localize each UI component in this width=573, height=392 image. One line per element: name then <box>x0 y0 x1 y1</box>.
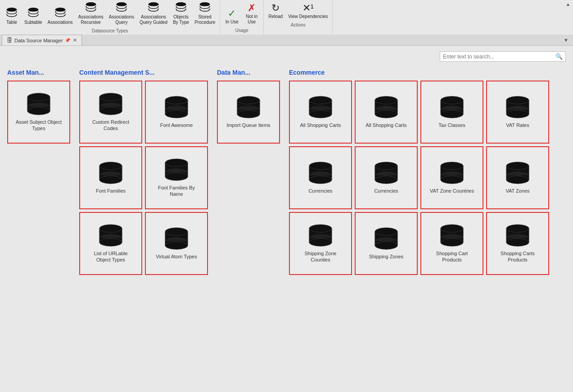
data-item-shipping-zones[interactable]: Shipping Zones <box>355 212 418 275</box>
content-area: 🔍 Asset Man... Asset Subject ObjectTypes… <box>0 46 573 379</box>
data-item-font-families-by-name[interactable]: Font Families ByName <box>145 146 208 209</box>
datasource-types-label: Datasource Types <box>2 27 218 35</box>
subtable-icon <box>27 8 39 20</box>
categories-area: Asset Man... Asset Subject ObjectTypesCo… <box>7 69 566 275</box>
category-title-data-man: Data Man... <box>217 69 280 76</box>
svg-point-53 <box>165 172 188 180</box>
data-item-font-families[interactable]: Font Families <box>79 146 142 209</box>
data-item-tax-classes[interactable]: Tax Classes <box>420 81 483 144</box>
objects-by-type-icon <box>175 2 187 14</box>
tab-close-icon[interactable]: ✕ <box>73 37 77 43</box>
toolbar-btn-subtable[interactable]: Subtable <box>22 5 45 27</box>
data-item-font-awesome[interactable]: Font Awesome <box>145 81 208 144</box>
item-label-font-families-by-name: Font Families ByName <box>158 185 195 198</box>
svg-point-35 <box>165 110 188 118</box>
search-input-wrap: 🔍 <box>440 51 566 62</box>
subtable-label: Subtable <box>24 20 42 25</box>
toolbar-btn-not-in-use[interactable]: ✗ Not in Use <box>242 0 262 27</box>
svg-point-62 <box>99 238 122 246</box>
datasource-types-section: Table Subtable Associations <box>0 0 220 35</box>
item-label-vat-zones: VAT Zones <box>505 188 529 194</box>
view-deps-label: View Dependencies <box>288 14 328 19</box>
item-label-tax-classes: Tax Classes <box>438 122 465 128</box>
assoc-query-guided-label: Associations Query Guided <box>140 14 167 25</box>
toolbar-btn-assoc-recursive[interactable]: Associations Recursive <box>76 0 106 27</box>
svg-point-179 <box>441 238 463 246</box>
search-input[interactable] <box>443 54 555 60</box>
data-item-asset-subject-object-types[interactable]: Asset Subject ObjectTypes <box>7 81 70 144</box>
in-use-label: In Use <box>226 19 239 25</box>
category-title-asset-man: Asset Man... <box>7 69 70 76</box>
toolbar-btn-assoc-query-guided[interactable]: Associations Query Guided <box>137 0 170 27</box>
assoc-query-icon <box>116 2 127 14</box>
table-label: Table <box>6 20 17 25</box>
assoc-query-guided-icon <box>148 2 159 14</box>
items-grid-asset-man: Asset Subject ObjectTypes <box>7 81 70 144</box>
data-item-currencies-1[interactable]: Currencies <box>289 146 352 209</box>
associations-icon <box>54 8 66 20</box>
item-label-shipping-zone-counties: Shipping ZoneCounties <box>305 250 337 263</box>
toolbar: Table Subtable Associations <box>0 0 573 35</box>
collapse-button[interactable]: ▲ <box>566 2 570 7</box>
toolbar-btn-assoc-query[interactable]: Associations Query <box>106 0 137 27</box>
toolbar-btn-reload[interactable]: ↻ Reload <box>266 0 285 22</box>
svg-point-89 <box>309 110 332 118</box>
svg-point-26 <box>99 107 122 114</box>
svg-point-125 <box>309 176 332 184</box>
category-section-data-man: Data Man... Import Queue Items <box>217 69 280 144</box>
item-label-shopping-carts-products: Shopping CartsProducts <box>501 250 535 263</box>
item-label-asset-subject-object-types: Asset Subject ObjectTypes <box>16 119 62 132</box>
toolbar-btn-associations[interactable]: Associations <box>45 5 75 27</box>
tab-data-source-manager[interactable]: 🗄 Data Source Manager 📌 ✕ <box>2 35 82 45</box>
toolbar-btn-stored-procedure[interactable]: Stored Procedure <box>192 0 218 27</box>
svg-point-143 <box>441 176 463 184</box>
category-section-ecommerce: Ecommerce All Shopping Carts All Shoppin… <box>289 69 549 275</box>
data-item-all-shopping-carts-1[interactable]: All Shopping Carts <box>289 81 352 144</box>
item-label-custom-redirect-codes: Custom RedirectCodes <box>92 119 129 132</box>
tab-dropdown-icon[interactable]: ▼ <box>561 36 571 45</box>
svg-rect-1 <box>7 9 17 17</box>
toolbar-btn-in-use[interactable]: ✓ In Use <box>222 5 242 27</box>
data-item-list-of-urlable-object-types[interactable]: List of URLableObject Types <box>79 212 142 275</box>
svg-point-161 <box>309 238 332 246</box>
data-item-vat-zones[interactable]: VAT Zones <box>486 146 549 209</box>
item-label-font-families: Font Families <box>96 188 126 194</box>
svg-point-107 <box>441 110 463 118</box>
svg-point-71 <box>165 242 188 249</box>
data-item-shopping-carts-products[interactable]: Shopping CartsProducts <box>486 212 549 275</box>
reload-icon: ↻ <box>271 2 280 14</box>
data-item-virtual-atom-types[interactable]: Virtual Atom Types <box>145 212 208 275</box>
data-item-shopping-cart-products[interactable]: Shopping CartProducts <box>420 212 483 275</box>
stored-procedure-icon <box>199 2 211 14</box>
item-label-currencies-2: Currencies <box>374 188 398 194</box>
in-use-icon: ✓ <box>228 8 236 19</box>
toolbar-btn-table[interactable]: Table <box>2 5 22 27</box>
data-item-vat-zone-countries[interactable]: VAT Zone Countries <box>420 146 483 209</box>
item-label-all-shopping-carts-2: All Shopping Carts <box>365 122 406 128</box>
item-label-shopping-cart-products: Shopping CartProducts <box>436 250 468 263</box>
item-label-currencies-1: Currencies <box>308 188 332 194</box>
item-label-list-of-urlable-object-types: List of URLableObject Types <box>94 250 127 263</box>
assoc-query-label: Associations Query <box>109 14 134 25</box>
svg-point-170 <box>375 242 397 249</box>
data-item-all-shopping-carts-2[interactable]: All Shopping Carts <box>355 81 418 144</box>
data-item-currencies-2[interactable]: Currencies <box>355 146 418 209</box>
actions-section: ↻ Reload ✕¹ View Dependencies Actions <box>264 0 333 35</box>
tab-pin-icon[interactable]: 📌 <box>65 38 70 43</box>
item-label-all-shopping-carts-1: All Shopping Carts <box>300 122 341 128</box>
svg-point-188 <box>506 238 529 246</box>
objects-by-type-label: Objects By Type <box>173 14 189 25</box>
usage-label: Usage <box>222 27 262 34</box>
toolbar-btn-objects-by-type[interactable]: Objects By Type <box>170 0 192 27</box>
item-label-font-awesome: Font Awesome <box>160 122 193 128</box>
toolbar-btn-view-dependencies[interactable]: ✕¹ View Dependencies <box>285 0 330 22</box>
data-item-import-queue-items[interactable]: Import Queue Items <box>217 81 280 144</box>
data-item-shipping-zone-counties[interactable]: Shipping ZoneCounties <box>289 212 352 275</box>
items-grid-data-man: Import Queue Items <box>217 81 280 144</box>
assoc-recursive-label: Associations Recursive <box>78 14 104 25</box>
tab-bar: 🗄 Data Source Manager 📌 ✕ ▼ <box>0 35 573 46</box>
category-title-ecommerce: Ecommerce <box>289 69 549 76</box>
data-item-vat-rates[interactable]: VAT Rates <box>486 81 549 144</box>
data-item-custom-redirect-codes[interactable]: Custom RedirectCodes <box>79 81 142 144</box>
item-label-import-queue-items: Import Queue Items <box>226 122 270 128</box>
